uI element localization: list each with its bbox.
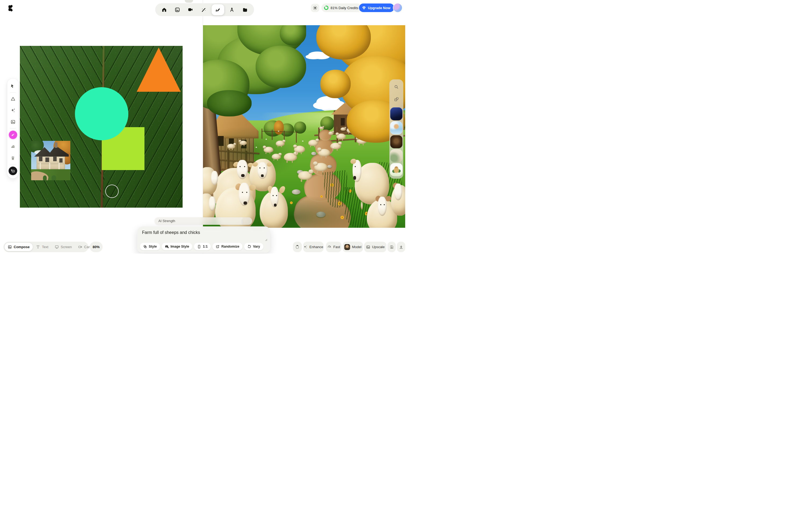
ai-strength-thumb[interactable]	[242, 220, 243, 224]
toolbar-divider	[10, 92, 16, 93]
main-nav	[155, 3, 254, 16]
resize-handle-icon[interactable]	[264, 238, 267, 241]
nav-video-icon[interactable]	[185, 4, 196, 15]
lamb	[260, 191, 288, 228]
prompt-card: Farm full of sheeps and chicks Style Ima…	[137, 226, 270, 253]
save-button[interactable]	[388, 242, 396, 252]
dice-icon[interactable]	[391, 94, 402, 105]
canvas-placed-image-house[interactable]	[31, 141, 70, 180]
krea-app-window: 81% Daily Credits Upgrade Now	[0, 0, 406, 253]
credits-progress-ring	[324, 5, 329, 10]
daily-credits-pill[interactable]: 81% Daily Credits	[321, 3, 362, 12]
generation-thumbnail-cartoon-castle[interactable]	[390, 163, 403, 176]
paste-icon	[295, 245, 300, 249]
text-t-icon	[36, 245, 40, 249]
krea-logo[interactable]	[7, 5, 14, 12]
save-floppy-icon	[390, 245, 394, 249]
monitor-icon	[55, 245, 59, 249]
upgrade-label: Upgrade Now	[368, 6, 391, 10]
style-button[interactable]: Style	[140, 243, 160, 250]
randomize-button[interactable]: Randomize	[212, 243, 243, 250]
generation-thumbnail-fairy-child[interactable]	[390, 121, 403, 134]
shape-tool[interactable]	[7, 93, 18, 105]
generation-thumbnail-cave[interactable]	[390, 135, 403, 148]
prompt-input[interactable]: Farm full of sheeps and chicks	[142, 230, 259, 235]
speed-button[interactable]: Fast	[326, 242, 342, 252]
sheep	[203, 167, 217, 195]
generation-thumbnail-night-mountains[interactable]	[390, 107, 403, 120]
dice-icon	[216, 245, 220, 249]
image-icon	[8, 245, 12, 249]
aspect-phone-icon	[197, 245, 201, 249]
nav-draw-icon[interactable]	[212, 4, 224, 15]
capture-mode-switcher: Compose Text Screen Camera	[3, 242, 88, 252]
paint-brush-tool[interactable]	[7, 129, 18, 140]
image-sparkle-icon	[366, 245, 370, 249]
vary-button[interactable]: Vary	[244, 243, 263, 250]
generated-image-canvas[interactable]	[203, 25, 405, 228]
credits-label: 81% Daily Credits	[331, 6, 358, 10]
yellow-flower	[290, 202, 293, 204]
mode-compose[interactable]: Compose	[5, 243, 33, 251]
yellow-flower	[320, 195, 323, 198]
mode-text[interactable]: Text	[33, 243, 52, 251]
nav-folder-icon[interactable]	[240, 4, 251, 15]
canvas-toolbar	[7, 78, 18, 178]
video-camera-icon	[78, 245, 82, 249]
gauge-icon	[327, 245, 332, 249]
enhance-button[interactable]: Enhance	[303, 242, 323, 252]
delete-trash-tool[interactable]	[7, 152, 18, 164]
generations-panel	[389, 79, 403, 179]
prompt-actions: Style Image Style 1:1 Randomize Vary	[140, 243, 263, 250]
insert-image-tool[interactable]	[7, 116, 18, 128]
active-brush-color	[9, 131, 17, 139]
nav-magic-wand-icon[interactable]	[198, 4, 209, 15]
user-avatar[interactable]	[393, 3, 402, 12]
image-style-button[interactable]: Image Style	[162, 243, 192, 250]
redo-arc-icon	[247, 245, 251, 249]
yellow-flower	[341, 216, 344, 219]
zoom-level[interactable]: 80%	[90, 242, 103, 252]
upscale-button[interactable]: Upscale	[364, 242, 387, 252]
aspect-ratio-button[interactable]: 1:1	[194, 243, 211, 250]
paste-button[interactable]	[293, 242, 302, 252]
nav-design-compass-icon[interactable]	[226, 4, 237, 15]
sparkles-icon	[303, 245, 307, 249]
image-plus-icon	[165, 245, 169, 249]
canvas-shape-circle[interactable]	[75, 87, 129, 140]
ai-strength-slider[interactable]: AI Strength	[155, 217, 252, 225]
toolbar-divider	[10, 128, 16, 128]
upgrade-button[interactable]: Upgrade Now	[359, 3, 394, 12]
overlap-circles-icon	[143, 245, 147, 249]
download-icon	[399, 245, 403, 249]
toolbar-handle[interactable]	[185, 0, 193, 3]
fill-background-tool[interactable]	[7, 165, 18, 176]
mode-screen[interactable]: Screen	[52, 243, 75, 251]
drawing-canvas[interactable]	[20, 46, 183, 208]
search-icon[interactable]	[391, 81, 402, 92]
sheep	[391, 185, 405, 215]
select-cursor-tool[interactable]	[7, 80, 18, 92]
eraser-tool[interactable]	[7, 140, 18, 152]
nav-gallery-icon[interactable]	[172, 4, 183, 15]
ai-sparkles-tool[interactable]	[7, 105, 18, 116]
brush-size-cursor	[105, 184, 119, 198]
nav-home-icon[interactable]	[159, 4, 169, 15]
generation-thumbnail-misty-valley[interactable]	[390, 149, 403, 162]
ai-strength-label: AI Strength	[158, 217, 175, 225]
theme-toggle-sun-icon[interactable]	[311, 4, 319, 12]
gem-icon	[362, 6, 366, 10]
download-button[interactable]	[397, 242, 405, 252]
model-button[interactable]: Model	[343, 242, 363, 252]
model-avatar	[344, 244, 350, 250]
